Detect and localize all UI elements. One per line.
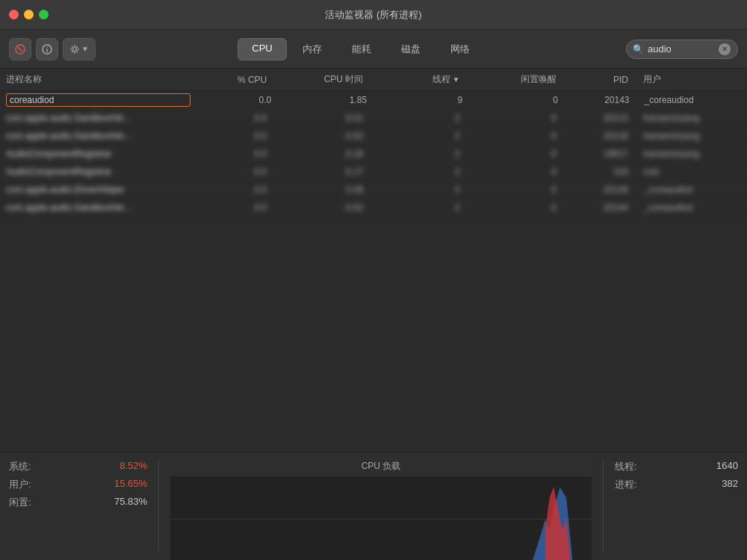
- chart-area: [170, 476, 592, 560]
- process-cputime-cell: 0.18: [282, 149, 378, 159]
- process-table[interactable]: coreaudiod 0.0 1.85 9 0 20143 _coreaudio…: [0, 91, 747, 452]
- process-idle-cell: 0: [475, 113, 571, 123]
- tab-memory[interactable]: 内存: [288, 38, 336, 60]
- process-cputime-cell: 0.01: [282, 113, 378, 123]
- process-idle-cell: 0: [475, 149, 571, 159]
- info-icon: i: [42, 44, 52, 55]
- process-name-cell: com.apple.audio.SandboxHel...: [6, 113, 185, 123]
- process-idle-cell: 0: [475, 167, 571, 177]
- process-pid-cell: 20144: [571, 202, 637, 213]
- process-idle-cell: 0: [477, 95, 573, 105]
- process-pid-cell: 20148: [571, 184, 637, 195]
- process-pid-cell: 20143: [573, 95, 639, 105]
- process-cputime-cell: 0.02: [282, 131, 378, 141]
- table-row[interactable]: com.apple.audio.DriverHelper 0.0 0.08 2 …: [0, 181, 747, 199]
- table-row[interactable]: coreaudiod 0.0 1.85 9 0 20143 _coreaudio…: [0, 91, 747, 109]
- svg-point-5: [74, 45, 75, 46]
- process-threads-cell: 2: [378, 131, 474, 141]
- process-cpu-cell: 0.0: [185, 113, 282, 123]
- col-header-user[interactable]: 用户: [637, 73, 741, 86]
- stat-user: 用户: 15.65%: [9, 478, 147, 491]
- search-icon: 🔍: [633, 44, 644, 55]
- search-box[interactable]: 🔍 ✕: [626, 40, 738, 59]
- tab-disk[interactable]: 磁盘: [387, 38, 435, 60]
- col-header-cputime[interactable]: CPU 时间: [282, 73, 378, 86]
- col-header-pid[interactable]: PID: [571, 75, 637, 85]
- stat-threads-label: 线程:: [615, 460, 637, 473]
- tab-network[interactable]: 网络: [436, 38, 484, 60]
- table-row[interactable]: AudioComponentRegistrar 0.0 0.18 2 0 198…: [0, 145, 747, 163]
- process-name-cell: com.apple.audio.SandboxHel...: [6, 202, 185, 213]
- right-stats: 线程: 1640 进程: 382: [604, 460, 738, 553]
- process-user-cell: hansemiryang: [637, 131, 741, 141]
- gear-dropdown-arrow: ▼: [81, 45, 89, 53]
- stat-idle: 闲置: 75.83%: [9, 496, 147, 509]
- cpu-chart-svg: [170, 476, 592, 560]
- process-user-cell: hansemiryang: [637, 113, 741, 123]
- process-pid-cell: 20113: [571, 113, 637, 123]
- svg-point-12: [72, 51, 73, 52]
- svg-text:i: i: [46, 46, 49, 54]
- sort-arrow-threads: ▼: [453, 75, 460, 84]
- stat-processes: 进程: 382: [615, 478, 738, 491]
- svg-line-1: [18, 47, 22, 52]
- tab-energy[interactable]: 能耗: [338, 38, 385, 60]
- minimize-button[interactable]: [24, 10, 34, 19]
- svg-rect-13: [170, 476, 592, 560]
- process-cpu-cell: 0.0: [185, 149, 282, 159]
- process-user-cell: _coreaudiod: [637, 202, 741, 213]
- stat-user-value: 15.65%: [114, 478, 147, 491]
- process-cputime-cell: 1.85: [286, 95, 382, 105]
- close-button[interactable]: [9, 10, 19, 19]
- process-idle-cell: 0: [475, 202, 571, 213]
- process-name-cell: AudioComponentRegistrar: [6, 149, 185, 159]
- stat-system: 系统: 8.52%: [9, 460, 147, 473]
- process-name-cell: coreaudiod: [6, 93, 190, 107]
- process-user-cell: hansemiryang: [637, 149, 741, 159]
- table-row[interactable]: com.apple.audio.SandboxHel... 0.0 0.02 2…: [0, 199, 747, 217]
- toolbar-actions: i ▼: [9, 38, 96, 60]
- cpu-chart: CPU 负载: [158, 460, 604, 553]
- tab-cpu[interactable]: CPU: [238, 38, 286, 60]
- col-header-idle[interactable]: 闲置唤醒: [475, 73, 571, 86]
- col-header-cpu[interactable]: % CPU: [185, 75, 282, 85]
- stat-threads: 线程: 1640: [615, 460, 738, 473]
- col-header-threads[interactable]: 线程 ▼: [378, 73, 474, 86]
- stop-icon: [15, 44, 25, 55]
- gear-icon: [69, 44, 80, 55]
- inspect-process-button[interactable]: i: [36, 38, 58, 60]
- process-cpu-cell: 0.0: [185, 202, 282, 213]
- process-pid-cell: 19817: [571, 149, 637, 159]
- process-idle-cell: 0: [475, 131, 571, 141]
- svg-point-9: [72, 46, 73, 47]
- search-input[interactable]: [648, 43, 715, 55]
- stat-processes-value: 382: [722, 478, 738, 491]
- process-threads-cell: 2: [378, 202, 474, 213]
- svg-point-6: [74, 52, 75, 53]
- process-user-cell: root: [637, 167, 741, 177]
- process-threads-cell: 9: [382, 95, 477, 105]
- gear-button[interactable]: ▼: [63, 38, 96, 60]
- stat-user-label: 用户:: [9, 478, 31, 491]
- traffic-lights: [9, 10, 49, 19]
- table-row[interactable]: com.apple.audio.SandboxHel... 0.0 0.01 2…: [0, 109, 747, 127]
- process-cpu-cell: 0.0: [185, 131, 282, 141]
- process-cputime-cell: 0.17: [282, 167, 378, 177]
- process-cpu-cell: 0.0: [185, 167, 282, 177]
- process-cputime-cell: 0.08: [282, 184, 378, 195]
- process-cpu-cell: 0.0: [185, 184, 282, 195]
- table-row[interactable]: AudioComponentRegistrar 0.0 0.17 2 0 318…: [0, 163, 747, 181]
- window-title: 活动监视器 (所有进程): [325, 8, 421, 22]
- stop-process-button[interactable]: [9, 38, 31, 60]
- table-row[interactable]: com.apple.audio.SandboxHel... 0.0 0.02 2…: [0, 127, 747, 145]
- col-header-name[interactable]: 进程名称: [6, 73, 185, 86]
- process-threads-cell: 2: [378, 113, 474, 123]
- toolbar: i ▼ CPU 内存 能耗 磁盘 网络 🔍 ✕: [0, 30, 747, 69]
- process-cputime-cell: 0.02: [282, 202, 378, 213]
- stat-system-value: 8.52%: [120, 460, 147, 473]
- title-bar: 活动监视器 (所有进程): [0, 0, 747, 30]
- process-name-cell: AudioComponentRegistrar: [6, 167, 185, 177]
- search-clear-button[interactable]: ✕: [719, 43, 731, 55]
- maximize-button[interactable]: [39, 10, 49, 19]
- process-threads-cell: 2: [378, 167, 474, 177]
